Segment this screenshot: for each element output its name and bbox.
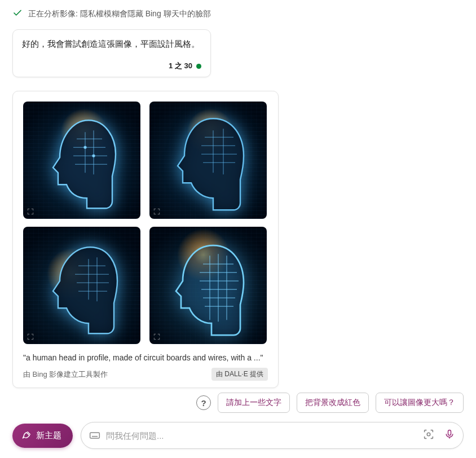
compose-bar: 新主题: [12, 422, 464, 449]
analyzing-text: 正在分析影像: 隱私權模糊會隱藏 Bing 聊天中的臉部: [28, 9, 211, 19]
generated-image-4[interactable]: [149, 227, 267, 344]
generated-image-3[interactable]: [23, 227, 140, 344]
compose-input[interactable]: [106, 431, 422, 441]
fullscreen-icon: [153, 208, 161, 215]
suggestion-chip-bigger[interactable]: 可以讓圖像更大嗎？: [376, 393, 464, 413]
suggestion-row: ? 請加上一些文字 把背景改成紅色 可以讓圖像更大嗎？: [196, 393, 464, 413]
compose-input-wrap[interactable]: [81, 422, 464, 449]
attribution-text: 由 Bing 影像建立工具製作: [23, 369, 108, 380]
svg-rect-29: [90, 433, 100, 438]
generated-image-1[interactable]: [23, 102, 140, 219]
generated-images-card: "a human head in profile, made of circui…: [12, 91, 279, 388]
assistant-reply-card: 好的，我會嘗試創造這張圖像，平面設計風格。 1 之 30: [12, 29, 211, 77]
check-icon: [12, 8, 23, 20]
svg-point-30: [427, 433, 430, 436]
keyboard-icon[interactable]: [89, 430, 100, 441]
fullscreen-icon: [27, 208, 34, 215]
svg-point-6: [84, 146, 87, 149]
new-topic-label: 新主题: [36, 430, 61, 441]
reply-counter-row: 1 之 30: [22, 61, 201, 71]
fullscreen-icon: [153, 333, 161, 341]
analyzing-status: 正在分析影像: 隱私權模糊會隱藏 Bing 聊天中的臉部: [0, 0, 476, 26]
suggestion-chip-add-text[interactable]: 請加上一些文字: [218, 393, 290, 413]
svg-rect-31: [448, 430, 451, 435]
reply-counter: 1 之 30: [169, 61, 192, 71]
assistant-message: 好的，我會嘗試創造這張圖像，平面設計風格。: [22, 38, 201, 51]
fullscreen-icon: [27, 333, 34, 341]
svg-point-7: [92, 155, 95, 157]
image-prompt-text: "a human head in profile, made of circui…: [23, 353, 268, 362]
generated-image-2[interactable]: [149, 102, 267, 219]
status-dot-icon: [196, 64, 201, 69]
new-topic-button[interactable]: 新主题: [12, 424, 73, 448]
microphone-icon[interactable]: [444, 429, 455, 442]
image-grid: [23, 102, 268, 344]
suggestion-chip-red-bg[interactable]: 把背景改成紅色: [297, 393, 369, 413]
broom-icon: [21, 430, 32, 441]
help-icon[interactable]: ?: [196, 395, 211, 410]
provider-badge: 由 DALL·E 提供: [211, 368, 268, 381]
scan-icon[interactable]: [422, 428, 435, 443]
